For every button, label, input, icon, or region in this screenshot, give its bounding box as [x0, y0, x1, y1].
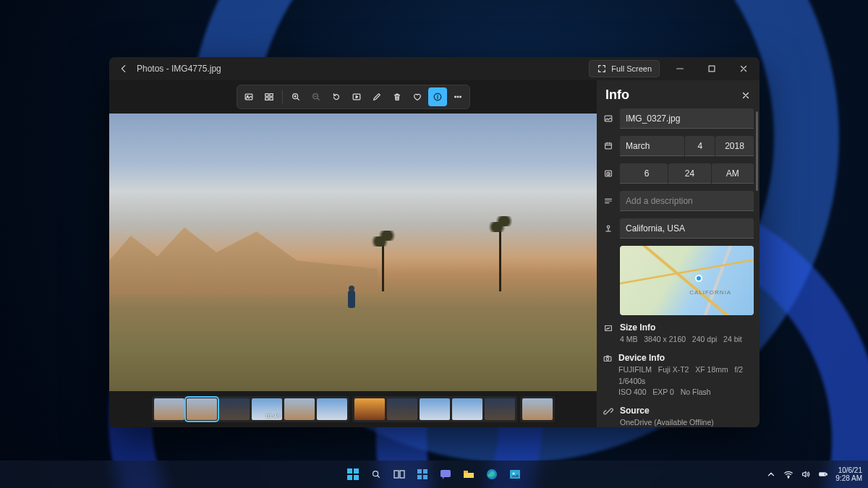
svg-rect-25: [354, 475, 359, 480]
photo-canvas[interactable]: [109, 114, 597, 391]
location-value: California, USA: [626, 223, 685, 234]
svg-rect-36: [510, 470, 520, 479]
photo-content: [109, 114, 597, 391]
svg-point-37: [513, 473, 515, 475]
svg-rect-29: [417, 469, 422, 474]
compare-button[interactable]: [260, 87, 278, 106]
system-tray[interactable]: 10/6/21 9:28 AM: [766, 466, 862, 483]
info-heading: Info: [605, 87, 741, 103]
start-button[interactable]: [344, 465, 362, 484]
map-pin-icon: [695, 275, 702, 282]
time-hour: 6: [644, 168, 650, 179]
video-duration: 01:46: [265, 413, 280, 419]
svg-rect-24: [347, 475, 352, 480]
maximize-button[interactable]: [696, 57, 728, 80]
thumbnail[interactable]: [420, 398, 450, 420]
calendar-icon: [603, 141, 614, 151]
view-image-button[interactable]: [239, 87, 258, 106]
thumbnail[interactable]: [354, 398, 385, 420]
source-heading: Source: [620, 406, 714, 416]
thumbnail[interactable]: [387, 398, 417, 420]
svg-rect-32: [423, 475, 427, 479]
svg-rect-30: [423, 469, 427, 474]
filename-field[interactable]: IMG_0327.jpg: [620, 108, 754, 129]
more-button[interactable]: [448, 87, 467, 106]
delete-button[interactable]: [388, 87, 407, 106]
svg-rect-0: [709, 66, 715, 72]
minimize-button[interactable]: [664, 57, 696, 80]
svg-rect-22: [347, 468, 352, 474]
thumbnail[interactable]: [219, 398, 250, 420]
svg-rect-40: [826, 474, 827, 475]
widgets-button[interactable]: [413, 465, 432, 484]
tray-overflow-icon[interactable]: [766, 469, 776, 479]
taskbar-clock[interactable]: 10/6/21 9:28 AM: [835, 466, 862, 483]
svg-point-11: [454, 96, 456, 98]
thumbnail-selected[interactable]: [187, 398, 217, 420]
scrollbar[interactable]: [756, 111, 758, 191]
window-title: Photos - IMG4775.jpg: [137, 64, 221, 74]
thumbnail[interactable]: [452, 398, 482, 420]
slideshow-button[interactable]: [347, 87, 366, 106]
info-button[interactable]: [428, 87, 447, 106]
edge-button[interactable]: [482, 465, 501, 484]
svg-rect-15: [605, 143, 612, 149]
favorite-button[interactable]: [408, 87, 427, 106]
fullscreen-button[interactable]: Full Screen: [589, 60, 660, 77]
chat-button[interactable]: [436, 465, 455, 484]
source-value: OneDrive (Available Offline): [620, 417, 714, 427]
volume-icon[interactable]: [801, 469, 811, 479]
thumbnail[interactable]: [485, 398, 515, 420]
description-field[interactable]: Add a description: [620, 191, 754, 211]
taskbar-date: 10/6/21: [835, 466, 862, 475]
close-panel-button[interactable]: [741, 90, 751, 100]
time-minute-field[interactable]: 24: [668, 163, 710, 184]
zoom-out-button[interactable]: [307, 87, 326, 106]
svg-point-21: [606, 357, 609, 360]
viewer-pane: 01:46: [109, 80, 597, 427]
task-view-button[interactable]: [390, 465, 409, 484]
svg-rect-4: [269, 94, 272, 97]
toolbar: [237, 85, 470, 109]
explorer-button[interactable]: [459, 465, 478, 484]
time-ampm: AM: [726, 168, 739, 179]
time-ampm-field[interactable]: AM: [712, 163, 754, 184]
link-icon: [603, 406, 614, 427]
thumbnail[interactable]: [522, 398, 553, 420]
thumbnail[interactable]: [154, 398, 184, 420]
search-button[interactable]: [367, 465, 386, 484]
thumbnail[interactable]: [317, 398, 347, 420]
image-icon: [603, 114, 614, 124]
date-day: 4: [697, 141, 702, 151]
edit-button[interactable]: [367, 87, 386, 106]
date-month-field[interactable]: March: [620, 136, 684, 156]
description-icon: [603, 196, 614, 206]
svg-point-38: [788, 477, 789, 478]
svg-rect-28: [400, 471, 404, 478]
svg-rect-34: [464, 471, 468, 473]
time-hour-field[interactable]: 6: [620, 163, 668, 184]
rotate-button[interactable]: [327, 87, 346, 106]
date-day-field[interactable]: 4: [685, 136, 715, 156]
thumbnail[interactable]: [284, 398, 315, 420]
wifi-icon[interactable]: [783, 469, 793, 479]
size-heading: Size Info: [620, 322, 742, 333]
battery-icon[interactable]: [818, 469, 828, 479]
svg-rect-6: [269, 98, 272, 100]
location-map[interactable]: CALIFORNIA: [620, 246, 754, 315]
back-button[interactable]: [116, 64, 131, 74]
photos-app-button[interactable]: [506, 465, 524, 484]
location-field[interactable]: California, USA: [620, 218, 754, 239]
clock-icon: [603, 168, 614, 179]
close-button[interactable]: [728, 57, 760, 80]
time-minute: 24: [685, 168, 694, 179]
svg-point-13: [459, 96, 461, 98]
date-year-field[interactable]: 2018: [715, 136, 754, 156]
size-meta: 4 MB 3840 x 2160 240 dpi 24 bit: [620, 334, 742, 346]
device-meta: FUJIFILM Fuji X-T2 XF 18mm f/2 1/6400s I…: [618, 364, 754, 398]
device-heading: Device Info: [618, 353, 754, 363]
zoom-in-button[interactable]: [286, 87, 305, 106]
map-region-label: CALIFORNIA: [689, 289, 731, 296]
info-panel: Info IMG_0327.jpg March 4 2018: [597, 80, 760, 427]
thumbnail-video[interactable]: 01:46: [252, 398, 282, 420]
